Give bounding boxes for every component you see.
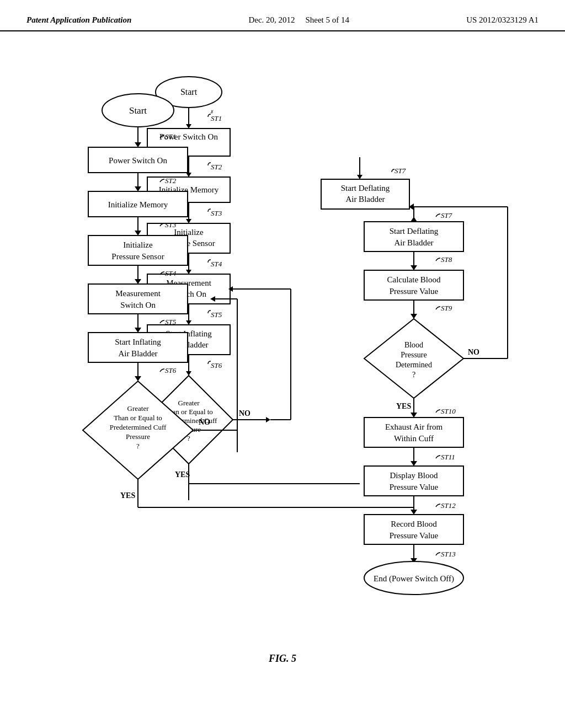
start-text: Start bbox=[129, 105, 147, 116]
st10-text2: Within Cuff bbox=[394, 434, 434, 443]
yes-label-st9: YES bbox=[396, 402, 411, 410]
svg-marker-68 bbox=[411, 314, 417, 319]
meas-switch2: Switch On bbox=[120, 301, 156, 309]
svg-marker-74 bbox=[411, 461, 417, 466]
st6-d2: Than or Equal to bbox=[114, 414, 162, 422]
svg-marker-47 bbox=[135, 328, 141, 333]
init-memory-text: Initialize Memory bbox=[108, 200, 168, 209]
st8-text2: Pressure Value bbox=[390, 287, 439, 296]
svg-marker-65 bbox=[411, 265, 417, 270]
header-date-sheet: Dec. 20, 2012 Sheet 5 of 14 bbox=[248, 15, 349, 25]
st6-d5: ? bbox=[136, 442, 140, 450]
st8-text1: Calculate Blood bbox=[387, 275, 441, 284]
st7-text2: Air Bladder bbox=[394, 238, 433, 247]
init-pressure2: Pressure Sensor bbox=[111, 252, 164, 261]
st6-d4: Pressure bbox=[126, 432, 150, 441]
svg-marker-33 bbox=[135, 142, 141, 147]
svg-marker-39 bbox=[135, 231, 141, 235]
st10-step: ST10 bbox=[441, 407, 456, 415]
st10-text1: Exhaust Air from bbox=[385, 422, 443, 431]
st4-step: ST4 bbox=[165, 269, 177, 277]
publication-title: Patent Application Publication bbox=[26, 15, 131, 25]
patent-number: US 2012/0323129 A1 bbox=[466, 15, 539, 25]
svg-marker-62 bbox=[409, 204, 414, 210]
st6-step: ST6 bbox=[165, 366, 177, 374]
figure-label: FIG. 5 bbox=[268, 653, 296, 664]
page-header: Patent Application Publication Dec. 20, … bbox=[0, 0, 565, 31]
st11-text1: Display Blood bbox=[390, 471, 438, 480]
st12-text1: Record Blood bbox=[391, 520, 437, 528]
st9-step: ST9 bbox=[441, 304, 452, 312]
st6-d3: Predetermined Cuff bbox=[110, 423, 167, 431]
header-sheet: Sheet 5 of 14 bbox=[305, 15, 349, 24]
st12-step: ST12 bbox=[441, 501, 456, 510]
power-switch-text: Power Switch On bbox=[109, 156, 167, 165]
start-inflating2: Air Bladder bbox=[118, 349, 157, 358]
st7-text1: Start Deflating bbox=[390, 227, 439, 235]
st5-step: ST5 bbox=[165, 318, 177, 326]
no-label-st6: NO bbox=[199, 418, 210, 426]
st11-step: ST11 bbox=[441, 453, 455, 461]
yes-label-st6: YES bbox=[120, 491, 135, 500]
st8-step: ST8 bbox=[441, 255, 452, 264]
end-text: End (Power Switch Off) bbox=[374, 574, 454, 584]
header-date: Dec. 20, 2012 bbox=[248, 15, 295, 24]
svg-marker-71 bbox=[411, 413, 417, 417]
st11-text2: Pressure Value bbox=[390, 483, 439, 491]
st6-d1: Greater bbox=[127, 404, 150, 413]
meas-switch1: Measurement bbox=[115, 289, 161, 298]
main-flowchart: Start ST1 Power Switch On ST2 Initialize… bbox=[0, 77, 565, 684]
st12-text2: Pressure Value bbox=[390, 531, 439, 540]
st9-d2: Pressure bbox=[401, 351, 427, 359]
st7-step: ST7 bbox=[441, 211, 452, 220]
st1-step: ST1 bbox=[165, 132, 176, 141]
no-label-st9: NO bbox=[468, 348, 479, 356]
st2-step: ST2 bbox=[165, 176, 177, 185]
st9-d1: Blood bbox=[404, 341, 423, 349]
st9-d4: ? bbox=[412, 371, 415, 379]
svg-marker-42 bbox=[135, 279, 141, 284]
st13-step: ST13 bbox=[441, 550, 456, 558]
svg-marker-50 bbox=[135, 376, 141, 381]
st3-step: ST3 bbox=[165, 221, 177, 229]
init-pressure1: Initialize bbox=[123, 240, 153, 249]
st9-d3: Determined bbox=[396, 361, 432, 369]
svg-marker-77 bbox=[411, 510, 417, 515]
svg-marker-36 bbox=[135, 186, 141, 191]
start-inflating1: Start Inflating bbox=[115, 338, 161, 346]
svg-marker-54 bbox=[210, 296, 215, 302]
